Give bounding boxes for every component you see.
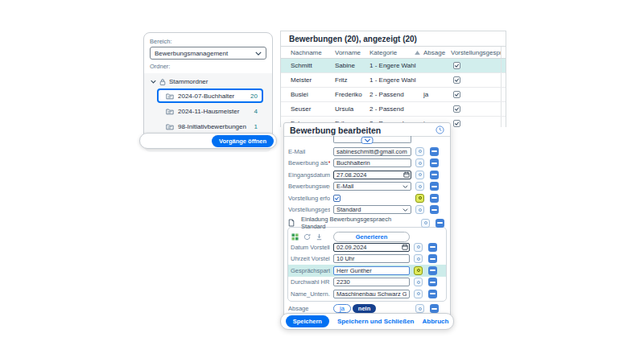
field-row-gespraechspartner: Gesprächspart... [288,265,446,277]
field-save-icon[interactable] [436,219,444,228]
checkbox-checked-icon[interactable] [453,120,460,127]
uhrzeit-vorstellung-field[interactable] [333,254,410,263]
field-status-icon[interactable] [415,158,424,167]
tree-item-stammordner[interactable]: Stammordner [147,76,269,88]
vorgaenge-oeffnen-button[interactable]: Vorgänge öffnen [212,135,274,147]
field-status-icon[interactable] [415,182,424,191]
durchwahl-hr-field[interactable] [333,278,410,286]
checkbox-checked-icon[interactable] [453,91,460,98]
vorstellungsgespraech-select[interactable]: Standard [333,205,411,214]
generieren-button[interactable]: Generieren [333,232,410,242]
speichern-und-schliessen-button[interactable]: Speichern und Schließen [337,318,415,325]
field-save-icon[interactable] [428,278,437,286]
tree-item-folder-buchhalter[interactable]: 2024-07-Buchhalter 20 [157,88,263,103]
table-row[interactable]: Seuser Ursula 2 - Passend [281,102,506,117]
date-input-wrap [333,243,410,252]
field-save-icon[interactable] [430,147,439,156]
email-field[interactable] [333,147,411,156]
folder-panel-header: Bereich: Bewerbungsmanagement Ordner: [144,33,272,73]
applications-table-panel: Bewerbungen (20), angezeigt (20) Nachnam… [280,31,506,127]
download-icon[interactable] [316,229,323,244]
field-row-datum-vorstellung: Datum Vorstell... [288,241,446,253]
bewerbungsweg-select[interactable]: E-Mail [333,182,411,191]
folder-panel: Bereich: Bewerbungsmanagement Ordner: St… [143,32,273,150]
abbruch-button[interactable]: Abbruch [422,318,448,325]
template-document-row[interactable]: Einladung Bewerbungsgespraech Standard [284,216,450,226]
field-row-name-unternehmen: Name_Untern... [288,288,446,300]
field-label: Bewerbungsweg [288,183,330,190]
table-row[interactable]: Buslei Frederiko 2 - Passend ja [281,88,506,102]
absage-ja-button[interactable]: ja [333,304,351,313]
chevron-down-icon [402,208,408,212]
cell-extra [501,88,506,101]
table-row[interactable]: Meister Fritz 1 - Engere Wahl [281,73,506,88]
checkbox-checked-icon[interactable] [453,62,460,69]
field-status-icon-highlighted[interactable] [415,194,424,203]
speichern-button[interactable]: Speichern [286,315,329,327]
table-grid-icon[interactable] [291,229,299,244]
chevron-down-icon [255,51,262,56]
field-status-icon-highlighted[interactable] [414,266,423,275]
field-save-icon[interactable] [428,243,437,252]
history-icon[interactable] [436,125,444,134]
chevron-down-icon [402,185,408,188]
cell-vorname: Ursula [335,105,369,113]
date-input-wrap [333,171,411,179]
datum-vorstellung-field[interactable] [333,243,410,252]
checkbox-checked-icon[interactable] [333,195,341,202]
field-save-icon[interactable] [428,254,437,263]
name-unternehmen-field[interactable] [333,290,410,298]
field-status-icon[interactable] [415,171,424,179]
cell-kategorie: 1 - Engere Wahl [369,76,423,84]
field-status-icon[interactable] [414,243,423,252]
field-status-icon[interactable] [415,205,424,214]
field-row-vorstellungsgespraech: Vorstellungsges... Standard [284,204,450,216]
field-status-icon[interactable] [415,304,424,313]
column-header-nachname[interactable]: Nachname [291,49,335,56]
gespraechspartner-field[interactable] [333,266,410,275]
field-label: Datum Vorstell... [291,244,330,251]
field-save-icon[interactable] [430,304,439,313]
column-header-vorname[interactable]: Vorname [335,49,369,56]
field-row-vorstellung-erforderlich: Vorstellung erfo... [284,192,450,204]
field-status-icon[interactable] [414,254,423,263]
field-status-icon[interactable] [421,219,430,228]
field-status-icon[interactable] [415,147,424,156]
table-row[interactable]: Schmitt Sabine 1 - Engere Wahl [281,59,506,73]
field-save-icon[interactable] [430,158,439,167]
cell-extra [501,102,506,116]
edit-application-dialog: Bewerbung bearbeiten E-Mail Bewerbung al… [283,122,451,320]
vorstellungsgespraech-group: Generieren Datum Vorstell... Uhrzeit Vor… [287,227,447,302]
checkbox-checked-icon[interactable] [453,76,460,84]
field-status-icon[interactable] [414,278,423,286]
field-save-icon[interactable] [428,266,437,275]
tree-item-folder-initiativ[interactable]: 98-Initiativbewerbungen 1 [157,119,263,134]
bewerbung-als-field[interactable] [333,158,411,167]
field-save-icon[interactable] [430,194,439,203]
column-header-kategorie[interactable]: Kategorie [369,49,423,56]
absage-nein-button[interactable]: nein [353,304,376,313]
eingangsdatum-field[interactable] [333,171,411,179]
cell-extra [501,117,506,127]
field-status-icon[interactable] [414,290,423,298]
cell-vorstellungsgespraech [451,62,501,69]
chevron-down-icon[interactable] [151,80,156,84]
absage-segmented-control: ja nein [333,304,411,313]
field-save-icon[interactable] [428,290,437,298]
tree-item-folder-hausmeister[interactable]: 2024-11-Hausmeister 4 [157,104,263,118]
expand-chevron-button[interactable] [361,137,374,144]
column-header-absage[interactable]: Absage [423,49,451,56]
cell-nachname: Buslei [291,91,335,98]
checkbox-checked-icon[interactable] [453,105,460,113]
refresh-icon[interactable] [303,229,311,244]
cell-kategorie: 2 - Passend [369,105,423,113]
required-mark: * [328,159,330,167]
field-save-icon[interactable] [430,205,439,214]
column-header-vorstellungsgespraech[interactable]: Vorstellungsgesprä... [451,49,501,56]
field-save-icon[interactable] [430,182,439,191]
field-label: Eingangsdatum... [288,171,330,179]
bereich-select[interactable]: Bewerbungsmanagement [150,47,266,60]
bereich-label: Bereich: [150,38,266,45]
field-label: Vorstellung erfo... [288,195,330,202]
field-save-icon[interactable] [430,171,439,179]
